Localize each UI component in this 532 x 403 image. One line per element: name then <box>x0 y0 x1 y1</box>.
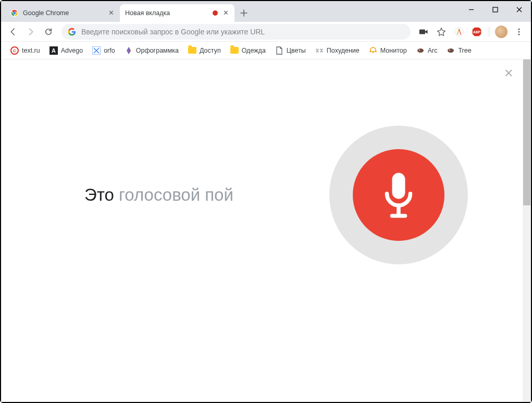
bookmark-label: Advego <box>61 47 83 54</box>
camera-icon[interactable] <box>416 24 431 40</box>
separator <box>489 27 489 37</box>
svg-point-19 <box>449 50 450 51</box>
microphone-button[interactable] <box>329 126 468 264</box>
back-button[interactable] <box>5 24 21 40</box>
bookmark-tree[interactable]: Tree <box>442 44 475 57</box>
reload-button[interactable] <box>41 24 56 40</box>
tab-title: Новая вкладка <box>125 9 208 17</box>
bookmarks-bar: C text.ru A Advego orfo Орфограммка Дост… <box>1 42 531 59</box>
bookmark-star-icon[interactable] <box>434 24 449 40</box>
voice-search-overlay: ✕ Это голосовой пой <box>1 59 523 402</box>
bookmark-label: Arc <box>428 47 438 54</box>
orfo-icon <box>92 46 101 55</box>
svg-point-9 <box>518 31 519 32</box>
voice-prompt-text: Это голосовой пой <box>84 185 233 205</box>
address-bar[interactable]: Введите поисковый запрос в Google или ук… <box>61 24 411 40</box>
title-bar: Google Chrome ✕ Новая вкладка ✕ <box>1 1 531 22</box>
menu-button[interactable] <box>511 24 527 40</box>
bookmark-textru[interactable]: C text.ru <box>6 44 44 57</box>
omnibox-placeholder: Введите поисковый запрос в Google или ук… <box>81 28 404 36</box>
bookmark-label: Орфограммка <box>136 47 179 54</box>
svg-text:C: C <box>13 48 16 53</box>
content-area: ✕ Это голосовой пой <box>1 59 531 402</box>
vertical-scrollbar[interactable] <box>523 59 531 402</box>
bookmark-orfogrammka[interactable]: Орфограммка <box>120 44 183 57</box>
bookmark-label: Одежда <box>242 47 266 54</box>
svg-text:A: A <box>52 47 56 54</box>
chrome-icon <box>10 9 19 17</box>
close-voice-button[interactable]: ✕ <box>504 68 513 79</box>
bookmark-arc[interactable]: Arc <box>412 44 442 57</box>
svg-point-17 <box>419 50 420 51</box>
folder-icon <box>188 46 196 55</box>
arc-icon <box>416 46 425 55</box>
monitor-icon <box>369 46 377 55</box>
minimize-button[interactable] <box>459 1 483 18</box>
close-window-button[interactable] <box>507 1 531 18</box>
bookmark-advego[interactable]: A Advego <box>45 44 87 57</box>
voice-text-hint: голосовой пой <box>119 185 233 204</box>
advego-icon: A <box>50 46 58 55</box>
tab-new-tab[interactable]: Новая вкладка ✕ <box>120 4 234 22</box>
close-icon[interactable]: ✕ <box>222 9 229 17</box>
svg-point-18 <box>448 48 454 53</box>
bookmark-pohudenie[interactable]: Похудение <box>311 44 364 57</box>
google-icon <box>68 28 76 36</box>
bookmark-label: Доступ <box>200 47 221 54</box>
bookmark-orfo[interactable]: orfo <box>88 44 119 57</box>
pohudenie-icon <box>315 46 324 55</box>
recording-icon <box>213 10 218 16</box>
bookmark-label: Похудение <box>327 47 360 54</box>
microphone-icon <box>353 149 444 241</box>
maximize-button[interactable] <box>483 1 507 18</box>
bookmark-label: Tree <box>458 47 471 54</box>
scrollbar-thumb[interactable] <box>523 59 530 205</box>
tab-strip: Google Chrome ✕ Новая вкладка ✕ <box>1 1 251 22</box>
close-icon[interactable]: ✕ <box>107 9 115 17</box>
svg-rect-4 <box>419 29 425 34</box>
textru-icon: C <box>10 46 19 55</box>
voice-text-recognized: Это <box>84 185 119 204</box>
svg-point-8 <box>518 28 519 30</box>
window-controls <box>459 1 531 18</box>
profile-avatar[interactable] <box>493 24 509 40</box>
tab-google-chrome[interactable]: Google Chrome ✕ <box>5 4 120 22</box>
bookmark-odezhda[interactable]: Одежда <box>226 44 270 57</box>
browser-window: Google Chrome ✕ Новая вкладка ✕ <box>0 0 532 403</box>
bookmark-dostup[interactable]: Доступ <box>184 44 225 57</box>
tree-icon <box>447 46 455 55</box>
bookmark-label: orfo <box>104 47 115 54</box>
toolbar: Введите поисковый запрос в Google или ук… <box>1 22 531 42</box>
bookmark-label: text.ru <box>22 47 40 54</box>
orfogrammka-icon <box>125 46 133 55</box>
svg-point-10 <box>518 33 519 35</box>
adblock-extension-icon[interactable]: ABP <box>469 24 485 40</box>
svg-text:ABP: ABP <box>473 30 481 33</box>
yandex-extension-icon[interactable] <box>451 24 467 40</box>
forward-button[interactable] <box>23 24 39 40</box>
svg-rect-20 <box>392 173 405 199</box>
svg-point-16 <box>417 48 424 53</box>
bookmark-monitor[interactable]: Монитор <box>365 44 411 57</box>
bookmark-label: Монитор <box>380 47 407 54</box>
new-tab-button[interactable] <box>237 6 251 20</box>
bookmark-label: Цветы <box>287 47 306 54</box>
avatar-icon <box>495 26 508 38</box>
page-icon <box>275 46 283 55</box>
folder-icon <box>230 46 239 55</box>
tab-title: Google Chrome <box>23 9 103 17</box>
svg-rect-3 <box>493 7 498 12</box>
bookmark-tsvety[interactable]: Цветы <box>271 44 310 57</box>
